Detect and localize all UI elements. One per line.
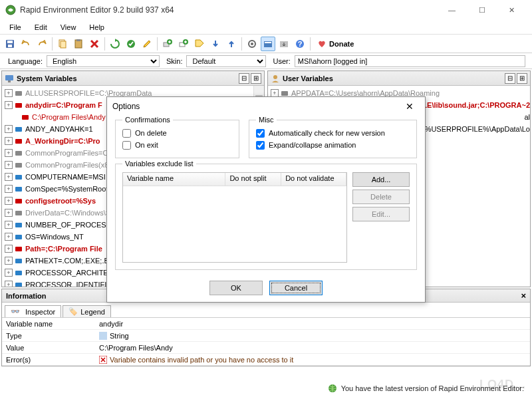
add-button[interactable]: Add... <box>352 172 410 187</box>
exclude-group: Variables exclude list Variable name Do … <box>115 164 417 270</box>
confirmations-legend: Confirmations <box>122 116 173 124</box>
misc-group: Misc Automatically check for new version… <box>249 120 417 158</box>
edit-button[interactable]: Edit... <box>352 207 410 221</box>
ok-button[interactable]: OK <box>209 281 263 295</box>
confirmations-group: Confirmations On delete On exit <box>115 120 239 158</box>
dialog-title: Options <box>112 102 400 111</box>
exclude-listview[interactable]: Variable name Do not split Do not valida… <box>122 172 347 263</box>
delete-button[interactable]: Delete <box>352 190 410 204</box>
on-delete-checkbox[interactable]: On delete <box>122 127 232 139</box>
auto-check-checkbox[interactable]: Automatically check for new version <box>256 127 410 139</box>
col-do-not-validate[interactable]: Do not validate <box>281 173 346 186</box>
misc-legend: Misc <box>256 116 277 124</box>
exclude-legend: Variables exclude list <box>122 160 196 168</box>
col-variable-name[interactable]: Variable name <box>123 173 225 186</box>
expand-anim-checkbox[interactable]: Expand/collapse animation <box>256 139 410 151</box>
cancel-button[interactable]: Cancel <box>269 281 323 295</box>
on-exit-checkbox[interactable]: On exit <box>122 139 232 151</box>
col-do-not-split[interactable]: Do not split <box>225 173 281 186</box>
options-dialog: Options ✕ Confirmations On delete On exi… <box>106 96 426 303</box>
dialog-overlay: Options ✕ Confirmations On delete On exi… <box>0 0 532 397</box>
dialog-titlebar: Options ✕ <box>107 97 425 116</box>
dialog-close-icon[interactable]: ✕ <box>400 99 420 114</box>
